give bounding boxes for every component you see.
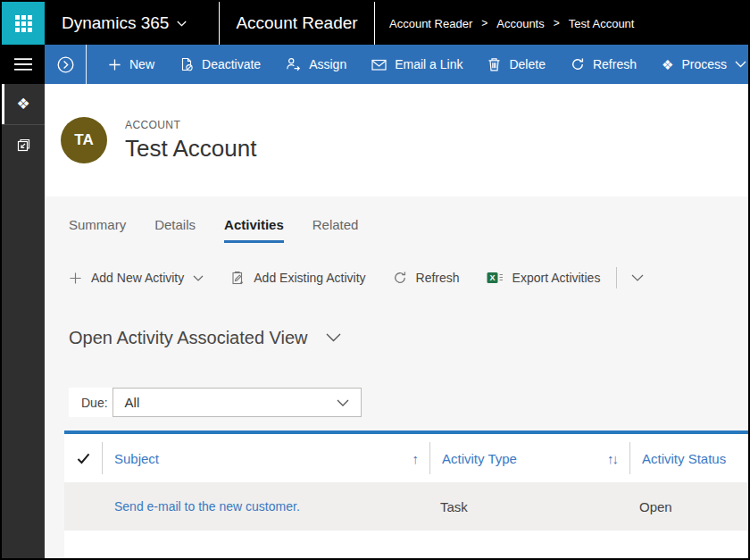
breadcrumb-record[interactable]: Test Account — [569, 17, 635, 30]
tab-related[interactable]: Related — [312, 217, 359, 243]
puzzle-icon: ❖ — [16, 96, 29, 112]
command-bar: New Deactivate Assign Email a Link — [45, 45, 748, 84]
chevron-down-icon — [735, 61, 746, 68]
chevron-down-icon — [631, 274, 644, 281]
assign-icon — [286, 57, 301, 71]
due-filter-label: Due: — [69, 388, 112, 417]
checkmark-icon — [77, 453, 90, 464]
page-title: Test Account — [125, 135, 256, 163]
dynamics-brand-menu[interactable]: Dynamics 365 — [45, 2, 219, 45]
subject-link[interactable]: Send e-mail to the new customer. — [114, 499, 300, 514]
hamburger-menu-icon — [14, 58, 32, 71]
app-launcher-button[interactable] — [2, 2, 45, 45]
deactivate-button[interactable]: Deactivate — [167, 45, 273, 84]
sidebar-item-current-area[interactable]: ❖ — [2, 84, 45, 125]
grid-empty-area — [64, 531, 748, 558]
record-tabs: Summary Details Activities Related — [69, 217, 358, 243]
sort-ascending-icon: ↑ — [412, 451, 418, 466]
delete-button[interactable]: Delete — [475, 45, 557, 84]
view-selector-label: Open Activity Associated View — [69, 328, 308, 348]
breadcrumb-separator: > — [554, 17, 560, 29]
clipboard-edit-icon — [230, 271, 245, 285]
cell-activity-type: Task — [429, 482, 628, 531]
assign-button[interactable]: Assign — [273, 45, 359, 84]
avatar: TA — [61, 117, 107, 163]
svg-text:X: X — [489, 273, 495, 282]
app-title: Account Reader — [220, 2, 374, 45]
select-all-checkbox[interactable] — [64, 434, 102, 482]
add-new-activity-button[interactable]: Add New Activity — [69, 271, 204, 285]
row-checkbox[interactable] — [64, 482, 102, 531]
view-selector[interactable]: Open Activity Associated View — [69, 323, 341, 352]
due-filter: Due: All — [69, 388, 362, 417]
cell-activity-status: Open — [628, 482, 748, 531]
breadcrumb: Account Reader > Accounts > Test Account — [375, 2, 634, 45]
email-link-button[interactable]: Email a Link — [359, 45, 475, 84]
export-activities-button[interactable]: X Export Activities — [487, 271, 601, 285]
refresh-button[interactable]: Refresh — [558, 45, 649, 84]
plus-icon — [108, 58, 121, 71]
chevron-down-icon — [326, 333, 341, 342]
chevron-down-icon — [193, 275, 204, 281]
site-map-sidebar: ❖ — [2, 45, 45, 558]
breadcrumb-separator: > — [481, 17, 488, 29]
tab-summary[interactable]: Summary — [69, 217, 126, 243]
new-button[interactable]: New — [96, 45, 167, 84]
refresh-activities-button[interactable]: Refresh — [393, 271, 460, 285]
cell-subject: Send e-mail to the new customer. — [102, 482, 429, 531]
toolbar-divider — [616, 267, 617, 288]
activities-grid: Subject ↑ Activity Type ↑↓ Activity Stat… — [64, 430, 748, 558]
column-header-activity-type[interactable]: Activity Type ↑↓ — [430, 434, 629, 482]
breadcrumb-app[interactable]: Account Reader — [389, 17, 472, 30]
process-button[interactable]: ❖ Process — [649, 45, 748, 84]
top-navigation-bar: Dynamics 365 Account Reader Account Read… — [2, 2, 748, 45]
due-filter-select[interactable]: All — [112, 388, 362, 417]
deactivate-icon — [179, 57, 194, 71]
email-icon — [371, 58, 387, 71]
entity-type-label: ACCOUNT — [125, 119, 256, 131]
main-content: TA ACCOUNT Test Account Summary Details … — [45, 84, 748, 558]
sidebar-item-recent[interactable] — [2, 125, 45, 166]
breadcrumb-entity[interactable]: Accounts — [496, 17, 544, 30]
chevron-down-icon — [337, 399, 349, 406]
expand-sitemap-button[interactable] — [56, 55, 75, 74]
add-existing-activity-button[interactable]: Add Existing Activity — [230, 271, 365, 285]
circled-chevron-right-icon — [56, 55, 75, 74]
tab-details[interactable]: Details — [154, 217, 196, 243]
table-row[interactable]: Send e-mail to the new customer. Task Op… — [64, 482, 748, 531]
process-icon: ❖ — [662, 58, 673, 71]
tab-activities[interactable]: Activities — [224, 217, 284, 243]
due-filter-value: All — [125, 395, 140, 410]
column-header-subject[interactable]: Subject ↑ — [103, 434, 429, 482]
excel-icon: X — [487, 271, 504, 285]
trash-icon — [488, 57, 501, 71]
grid-header-row: Subject ↑ Activity Type ↑↓ Activity Stat… — [64, 434, 748, 482]
activities-toolbar: Add New Activity Add Existing Activity R… — [69, 263, 748, 293]
command-bar-divider — [86, 45, 87, 84]
refresh-icon — [571, 57, 585, 71]
waffle-icon — [15, 15, 32, 32]
plus-icon — [69, 272, 82, 285]
sitemap-menu-button[interactable] — [2, 45, 45, 84]
recent-items-icon — [15, 138, 32, 155]
sort-both-icon: ↑↓ — [607, 451, 617, 466]
toolbar-overflow-button[interactable] — [631, 274, 644, 281]
brand-label: Dynamics 365 — [62, 13, 169, 33]
refresh-icon — [393, 271, 407, 285]
column-header-activity-status[interactable]: Activity Status — [630, 434, 748, 482]
chevron-down-icon — [177, 21, 187, 27]
record-header: TA ACCOUNT Test Account — [45, 84, 748, 196]
